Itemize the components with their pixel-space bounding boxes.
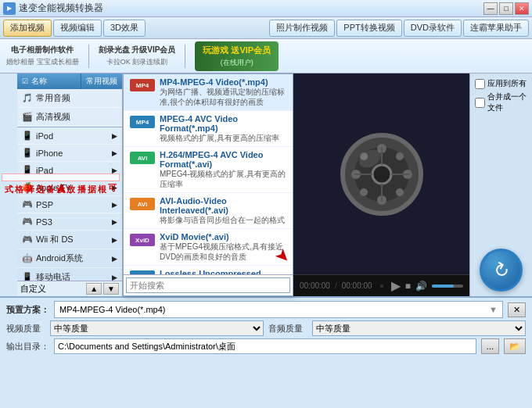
audio-quality-label: 音频质量 xyxy=(268,323,307,335)
transport-bar: 00:00:00 / 00:00:00 ▶ ■ 🔊 xyxy=(293,274,469,296)
bottom-bar: 预置方案： MP4-MPEG-4 Video(*.mp4) ▼ ✕ 视频质量 中… xyxy=(0,296,532,357)
video-quality-label: 视频质量 xyxy=(6,323,45,335)
device-wiids[interactable]: 🎮 Wii 和 DS ▶ xyxy=(17,231,122,249)
quality-row: 视频质量 中等质量 音频质量 中等质量 xyxy=(6,320,526,336)
format-h264-avi[interactable]: AVI H.264/MPEG-4 AVC Video Format(*.avi)… xyxy=(124,147,293,193)
title-bar-left: ▶ 速变全能视频转换器 xyxy=(3,2,103,15)
apply-all-checkbox[interactable] xyxy=(475,79,485,89)
video-quality-select[interactable]: 中等质量 xyxy=(50,320,264,336)
ppt-convert-button[interactable]: PPT转换视频 xyxy=(336,20,401,37)
format-list: MP4 MP4-MPEG-4 Video(*.mp4) 为网络广播、视频通讯定制… xyxy=(124,74,293,274)
avi-h264-badge: AVI xyxy=(130,152,155,164)
add-video-button[interactable]: 添加视频 xyxy=(3,20,52,37)
device-android[interactable]: 🤖 Android系统 ▶ xyxy=(17,249,122,268)
apply-all-checkbox-row[interactable]: 应用到所有 xyxy=(475,78,527,89)
promo-burn[interactable]: 刻录光盘 升级VIP会员 卡拉OK 刻录连续剧 xyxy=(99,45,176,67)
3d-effect-button[interactable]: 3D效果 xyxy=(103,20,146,37)
format-mp4-mpeg4[interactable]: MP4 MP4-MPEG-4 Video(*.mp4) 为网络广播、视频通讯定制… xyxy=(124,74,293,111)
category-label: 常用视频 xyxy=(86,77,117,85)
window-title: 速变全能视频转换器 xyxy=(19,2,103,15)
window-controls[interactable]: — □ ✕ xyxy=(483,2,529,15)
left-panel-header: ☑ 名称 常用视频 xyxy=(17,73,122,89)
main-toolbar: 添加视频 视频编辑 3D效果 照片制作视频 PPT转换视频 DVD录软件 连霸苹… xyxy=(0,17,532,39)
format-xvid[interactable]: XviD XviD Movie(*.avi) 基于MPEG4视频压缩格式,具有接… xyxy=(124,229,293,266)
play-button[interactable]: ▶ xyxy=(391,278,401,293)
device-iphone[interactable]: 📱 iPhone ▶ xyxy=(17,145,122,162)
iphone-icon: 📱 xyxy=(22,148,33,158)
dvd-record-button[interactable]: DVD录软件 xyxy=(404,20,462,37)
maximize-button[interactable]: □ xyxy=(499,2,513,15)
stop-button[interactable]: ■ xyxy=(405,281,411,292)
promo-game-vip[interactable]: 玩游戏 送VIP会员 (在线用户) xyxy=(195,41,279,71)
device-list: 📱 iPod ▶ 📱 iPhone ▶ 📱 iPad ▶ 🍎 Apple TV … xyxy=(17,127,122,281)
mobile-icon: 📱 xyxy=(22,272,33,281)
main-area: 可根据播放设备选择格式 ➤ ☑ 名称 常用视频 🎵 常用音频 🎬 高清视频 xyxy=(0,73,532,296)
preset-value-display[interactable]: MP4-MPEG-4 Video(*.mp4) ▼ xyxy=(54,301,503,318)
volume-icon: 🔊 xyxy=(415,281,427,292)
minimize-button[interactable]: — xyxy=(483,2,498,15)
output-label: 输出目录： xyxy=(6,341,49,353)
move-up-button[interactable]: ▲ xyxy=(86,283,102,295)
video-edit-button[interactable]: 视频编辑 xyxy=(53,20,102,37)
svg-point-10 xyxy=(396,152,404,160)
right-panel: 应用到所有 合并成一个文件 ↻ xyxy=(469,73,532,296)
side-annotation: 可根据播放设备选择格式 ➤ xyxy=(2,174,120,197)
volume-slider[interactable] xyxy=(432,285,463,288)
merge-checkbox[interactable] xyxy=(475,98,485,108)
preset-dropdown-icon: ▼ xyxy=(489,305,498,314)
browse-output-button[interactable]: ... xyxy=(481,338,499,354)
android-icon: 🤖 xyxy=(22,253,33,263)
audio-quality-select[interactable]: 中等质量 xyxy=(312,320,526,336)
volume-fill xyxy=(432,285,454,288)
promo-photo-album[interactable]: 电子相册制作软件 婚纱相册 宝宝成长相册 xyxy=(6,45,79,67)
hd-icon: 🎬 xyxy=(22,112,33,122)
format-mpeg4-avc[interactable]: MP4 MPEG-4 AVC Video Format(*.mp4) 视频格式的… xyxy=(124,111,293,147)
close-button[interactable]: ✕ xyxy=(515,2,529,15)
title-bar: ▶ 速变全能视频转换器 — □ ✕ xyxy=(0,0,532,17)
device-ipod[interactable]: 📱 iPod ▶ xyxy=(17,127,122,145)
promo-bar: 电子相册制作软件 婚纱相册 宝宝成长相册 刻录光盘 升级VIP会员 卡拉OK 刻… xyxy=(0,39,532,73)
mp4-avc-badge: MP4 xyxy=(130,116,155,128)
format-submenu: MP4 MP4-MPEG-4 Video(*.mp4) 为网络广播、视频通讯定制… xyxy=(123,73,293,296)
menu-item-common-audio[interactable]: 🎵 常用音频 xyxy=(17,89,122,108)
format-lossless-avi[interactable]: AVI Lossless Uncompressed AVI(*.avi) 主要用… xyxy=(124,266,293,274)
device-ps3[interactable]: 🎮 PS3 ▶ xyxy=(17,213,122,231)
output-row: 输出目录： ... 📂 xyxy=(6,338,526,354)
photo-video-button[interactable]: 照片制作视频 xyxy=(269,20,335,37)
apple-helper-button[interactable]: 连霸苹果助手 xyxy=(463,20,529,37)
svg-point-8 xyxy=(396,188,404,196)
right-options: 应用到所有 合并成一个文件 xyxy=(475,78,527,113)
svg-point-2 xyxy=(372,165,391,184)
convert-button[interactable]: ↻ xyxy=(480,249,523,292)
format-avi-audio-video[interactable]: AVI AVI-Audio-Video Interleaved(*.avi) 将… xyxy=(124,193,293,229)
preset-clear-button[interactable]: ✕ xyxy=(508,302,526,317)
device-mobile[interactable]: 📱 移动电话 ▶ xyxy=(17,268,122,281)
preview-area: 00:00:00 / 00:00:00 ▶ ■ 🔊 xyxy=(293,73,469,296)
move-down-button[interactable]: ▼ xyxy=(103,283,119,295)
ipod-icon: 📱 xyxy=(22,131,33,141)
xvid-badge: XviD xyxy=(130,234,155,246)
avi-av-badge: AVI xyxy=(130,198,155,210)
psp-icon: 🎮 xyxy=(22,199,33,209)
panel-name-label: 名称 xyxy=(31,76,47,87)
format-search-input[interactable] xyxy=(126,277,290,293)
output-path-input[interactable] xyxy=(54,338,476,354)
merge-checkbox-row[interactable]: 合并成一个文件 xyxy=(475,91,527,113)
progress-bar[interactable] xyxy=(380,285,383,288)
custom-label: 自定义 xyxy=(20,283,46,295)
time-total: 00:00:00 xyxy=(342,281,372,290)
convert-btn-area: ↻ xyxy=(475,249,527,292)
search-row xyxy=(124,274,293,295)
video-preview xyxy=(293,73,469,274)
svg-point-9 xyxy=(360,188,368,196)
device-psp[interactable]: 🎮 PSP ▶ xyxy=(17,196,122,213)
preset-row: 预置方案： MP4-MPEG-4 Video(*.mp4) ▼ ✕ xyxy=(6,301,526,318)
mp4-badge: MP4 xyxy=(130,79,155,91)
custom-row: 自定义 ▲ ▼ xyxy=(17,281,122,296)
preset-label: 预置方案： xyxy=(6,304,49,316)
time-current: 00:00:00 xyxy=(300,281,330,290)
ps3-icon: 🎮 xyxy=(22,217,33,227)
film-reel-icon xyxy=(339,131,425,217)
open-output-button[interactable]: 📂 xyxy=(504,338,526,354)
menu-item-hd-video[interactable]: 🎬 高清视频 xyxy=(17,108,122,127)
